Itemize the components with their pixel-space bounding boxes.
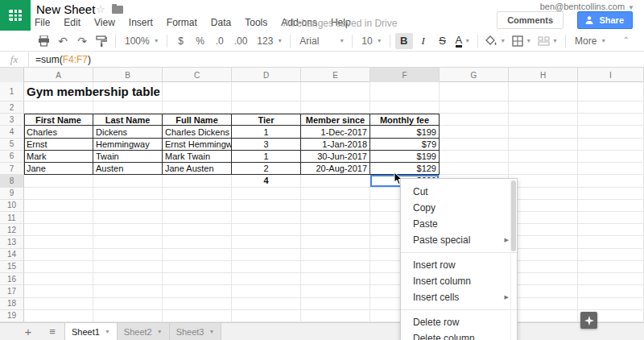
formula-input[interactable]: =sum(F4:F7) <box>29 54 644 65</box>
cell-A13[interactable] <box>24 236 93 248</box>
folder-icon[interactable] <box>112 6 123 14</box>
cell-A8[interactable] <box>24 175 93 187</box>
cell-D7[interactable]: 2 <box>232 163 301 175</box>
cell-I12[interactable] <box>578 224 644 236</box>
cell-D17[interactable] <box>232 285 301 297</box>
row-header-12[interactable]: 12 <box>0 224 24 236</box>
cell-E1[interactable] <box>301 82 370 102</box>
all-sheets-icon[interactable]: ≡ <box>40 323 64 340</box>
cell-H16[interactable] <box>509 273 578 285</box>
decrease-decimals-button[interactable]: .0 <box>211 33 229 49</box>
cell-H14[interactable] <box>509 249 578 261</box>
context-menu-item-paste[interactable]: Paste <box>401 216 517 232</box>
account-email[interactable]: ben@bentcollins.com▼ <box>540 2 634 11</box>
row-header-16[interactable]: 16 <box>0 273 24 285</box>
cell-D19[interactable] <box>232 310 301 322</box>
row-header-4[interactable]: 4 <box>0 126 24 138</box>
format-percent-button[interactable]: % <box>192 33 209 49</box>
cell-E8[interactable] <box>301 175 370 187</box>
fill-color-icon[interactable]: ▼ <box>483 33 508 49</box>
row-header-8[interactable]: 8 <box>0 175 24 187</box>
column-header-H[interactable]: H <box>509 68 578 82</box>
borders-icon[interactable]: ▼ <box>510 33 534 49</box>
explore-button[interactable] <box>580 312 597 329</box>
cell-G3[interactable] <box>440 114 509 126</box>
cell-E14[interactable] <box>301 249 370 261</box>
menu-file[interactable]: File <box>35 17 50 28</box>
cell-A3[interactable]: First Name <box>24 114 93 126</box>
cell-F1[interactable] <box>370 82 440 102</box>
cell-B7[interactable]: Austen <box>93 163 163 175</box>
cell-D11[interactable] <box>232 212 301 224</box>
cell-B6[interactable]: Twain <box>93 151 163 163</box>
cell-C18[interactable] <box>163 298 232 310</box>
menu-edit[interactable]: Edit <box>64 17 80 28</box>
cell-H11[interactable] <box>509 212 578 224</box>
more-formats-button[interactable]: 123▼ <box>253 33 285 49</box>
cell-G6[interactable] <box>440 151 509 163</box>
cell-I7[interactable] <box>578 163 644 175</box>
cell-H6[interactable] <box>509 151 578 163</box>
cell-D12[interactable] <box>232 224 301 236</box>
cell-B9[interactable] <box>93 188 163 200</box>
cell-A10[interactable] <box>24 200 93 212</box>
cell-D1[interactable] <box>232 82 301 102</box>
sheet-tab-caret-icon[interactable]: ▼ <box>157 329 163 334</box>
cell-B13[interactable] <box>93 236 163 248</box>
cell-I15[interactable] <box>578 261 644 273</box>
row-header-11[interactable]: 11 <box>0 212 24 224</box>
menu-insert[interactable]: Insert <box>129 17 153 28</box>
cell-A16[interactable] <box>24 273 93 285</box>
cell-C14[interactable] <box>163 249 232 261</box>
context-menu-item-paste-special[interactable]: Paste special▶ <box>401 232 517 248</box>
undo-icon[interactable]: ↶ <box>54 33 72 49</box>
row-header-3[interactable]: 3 <box>0 114 24 126</box>
cell-F7[interactable]: $129 <box>370 163 440 175</box>
cell-B8[interactable] <box>93 175 163 187</box>
row-header-19[interactable]: 19 <box>0 310 24 322</box>
cell-H5[interactable] <box>509 139 578 151</box>
cell-D6[interactable]: 1 <box>232 151 301 163</box>
cell-D15[interactable] <box>232 261 301 273</box>
cell-C8[interactable] <box>163 175 232 187</box>
context-menu-item-delete-row[interactable]: Delete row <box>401 314 517 330</box>
cell-A2[interactable] <box>24 102 93 114</box>
cell-C9[interactable] <box>163 188 232 200</box>
sheet-tab-sheet2[interactable]: Sheet2▼ <box>118 323 170 340</box>
sheet-tab-sheet3[interactable]: Sheet3▼ <box>170 323 222 340</box>
cell-I9[interactable] <box>578 188 644 200</box>
cell-B18[interactable] <box>93 298 163 310</box>
column-header-G[interactable]: G <box>440 68 509 82</box>
sheet-tab-sheet1[interactable]: Sheet1▼ <box>64 323 118 340</box>
share-button[interactable]: Share <box>577 11 633 29</box>
cell-E11[interactable] <box>301 212 370 224</box>
cell-A1[interactable]: Gym membership table <box>24 82 93 102</box>
column-header-E[interactable]: E <box>301 68 370 82</box>
cell-C5[interactable]: Ernst Hemmingway <box>163 139 232 151</box>
cell-A4[interactable]: Charles <box>24 126 93 138</box>
context-menu-item-insert-row[interactable]: Insert row <box>401 257 517 273</box>
cell-D3[interactable]: Tier <box>232 114 301 126</box>
cell-I10[interactable] <box>578 200 644 212</box>
row-header-5[interactable]: 5 <box>0 139 24 151</box>
cell-A15[interactable] <box>24 261 93 273</box>
document-title[interactable]: New Sheet <box>36 2 95 16</box>
cell-H19[interactable] <box>509 310 578 322</box>
row-header-10[interactable]: 10 <box>0 200 24 212</box>
cell-I4[interactable] <box>578 126 644 138</box>
row-header-6[interactable]: 6 <box>0 151 24 163</box>
cell-B3[interactable]: Last Name <box>93 114 163 126</box>
cell-B5[interactable]: Hemmingway <box>93 139 163 151</box>
sheet-tab-caret-icon[interactable]: ▼ <box>209 329 215 334</box>
cell-H1[interactable] <box>509 82 578 102</box>
cell-H15[interactable] <box>509 261 578 273</box>
cell-C12[interactable] <box>163 224 232 236</box>
menu-tools[interactable]: Tools <box>245 17 267 28</box>
cell-H9[interactable] <box>509 188 578 200</box>
context-menu-item-insert-column[interactable]: Insert column <box>401 273 517 289</box>
scrollbar-thumb[interactable] <box>511 180 516 251</box>
cell-G2[interactable] <box>440 102 509 114</box>
comments-button[interactable]: Comments <box>497 11 564 29</box>
cell-F3[interactable]: Monthly fee <box>370 114 440 126</box>
cell-B10[interactable] <box>93 200 163 212</box>
